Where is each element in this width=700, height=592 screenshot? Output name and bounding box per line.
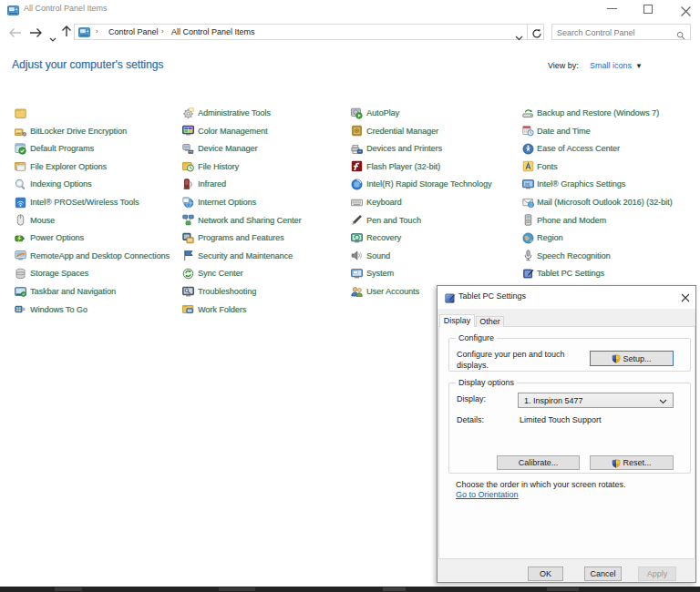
svg-text:int: int [525, 182, 530, 187]
